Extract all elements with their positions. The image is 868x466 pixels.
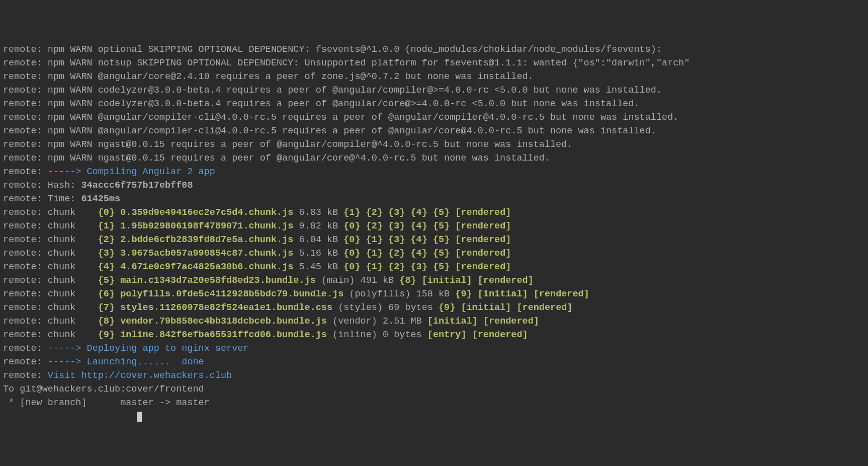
chunk-file: 2.bdde6cfb2839fd8d7e5a.chunk.js xyxy=(120,235,293,245)
remote-prefix: remote: xyxy=(3,235,48,245)
chunk-id: {9} xyxy=(98,330,120,340)
step-done-text: done xyxy=(182,357,204,367)
time-label: Time: xyxy=(48,194,81,204)
build-hash: remote: Hash: 34accc6f757b17ebff08 xyxy=(3,179,865,192)
npm-warn-text: npm WARN codelyzer@3.0.0-beta.4 requires… xyxy=(48,99,640,109)
chunk-dep: {2} xyxy=(366,221,388,231)
chunk-id: {0} xyxy=(98,207,120,218)
git-push-to: To git@wehackers.club:cover/frontend xyxy=(3,382,865,396)
chunk-id: {1} xyxy=(98,221,120,231)
remote-prefix: remote: xyxy=(3,167,48,177)
chunk-tag: [rendered] xyxy=(534,289,595,299)
chunk-dep: {9} xyxy=(439,302,461,313)
chunk-label: chunk xyxy=(48,221,98,231)
chunk-id: {4} xyxy=(98,262,120,272)
chunk-tag: [initial] xyxy=(422,275,478,286)
remote-prefix: remote: xyxy=(3,112,48,123)
chunk-file: polyfills.0fde5c4112928b5bdc79.bundle.js xyxy=(120,289,343,299)
remote-prefix: remote: xyxy=(3,357,48,367)
chunk-dep: {2} xyxy=(388,248,410,259)
chunk-label: chunk xyxy=(48,235,98,245)
chunk-dep: {9} xyxy=(455,289,477,299)
visit-label: Visit xyxy=(48,370,81,381)
chunk-meta: 6.04 kB xyxy=(293,235,343,245)
chunk-line: remote: chunk {9} inline.842f6efba65531f… xyxy=(3,328,865,342)
git-push-branch: * [new branch] master -> master xyxy=(3,396,865,410)
chunk-dep: {0} xyxy=(343,235,366,245)
hash-value: 34accc6f757b17ebff08 xyxy=(81,180,193,191)
chunk-tag: [rendered] xyxy=(455,221,516,231)
chunk-tag: [initial] xyxy=(478,289,534,299)
npm-warn-text: npm WARN @angular/core@2.4.10 requires a… xyxy=(48,71,534,82)
build-time: remote: Time: 61425ms xyxy=(3,192,865,206)
chunk-id: {3} xyxy=(98,248,120,259)
chunk-label: chunk xyxy=(48,262,98,272)
chunk-label: chunk xyxy=(48,248,98,259)
chunk-label: chunk xyxy=(48,330,98,340)
remote-prefix: remote: xyxy=(3,71,48,82)
chunk-dep: {4} xyxy=(411,207,433,218)
npm-warn-line: remote: npm WARN optional SKIPPING OPTIO… xyxy=(3,43,865,56)
chunk-line: remote: chunk {1} 1.95b929806198f4789071… xyxy=(3,219,865,233)
chunk-file: vendor.79b858ec4bb318dcbceb.bundle.js xyxy=(120,316,327,327)
step-launch: remote: -----> Launching...... done xyxy=(3,355,865,369)
chunk-line: remote: chunk {3} 3.9675acb057a990854c87… xyxy=(3,247,865,260)
chunk-line: remote: chunk {4} 4.671e0c9f7ac4825a30b6… xyxy=(3,260,865,274)
remote-prefix: remote: xyxy=(3,275,48,286)
chunk-file: 4.671e0c9f7ac4825a30b6.chunk.js xyxy=(120,262,293,272)
chunk-tag: [entry] xyxy=(427,330,472,340)
step-compile: remote: -----> Compiling Angular 2 app xyxy=(3,165,865,179)
remote-prefix: remote: xyxy=(3,262,48,272)
remote-prefix: remote: xyxy=(3,343,48,354)
chunk-tag: [rendered] xyxy=(483,316,545,327)
remote-prefix: remote: xyxy=(3,330,48,340)
step-compile-text: Compiling Angular 2 app xyxy=(87,167,215,177)
chunk-meta: 6.83 kB xyxy=(293,207,343,218)
chunk-dep: {0} xyxy=(343,248,366,259)
remote-prefix: remote: xyxy=(3,289,48,299)
chunk-meta: 9.82 kB xyxy=(293,221,343,231)
chunk-tag: [rendered] xyxy=(478,275,539,286)
remote-prefix: remote: xyxy=(3,58,48,68)
chunk-line: remote: chunk {8} vendor.79b858ec4bb318d… xyxy=(3,315,865,328)
chunk-dep: {1} xyxy=(366,248,388,259)
chunk-line: remote: chunk {0} 0.359d9e49416ec2e7c5d4… xyxy=(3,206,865,219)
chunk-meta: (polyfills) 158 kB xyxy=(343,289,455,299)
npm-warn-line: remote: npm WARN ngast@0.0.15 requires a… xyxy=(3,151,865,165)
npm-warn-text: npm WARN @angular/compiler-cli@4.0.0-rc.… xyxy=(48,112,679,123)
chunk-dep: {1} xyxy=(343,207,366,218)
chunk-tag: [rendered] xyxy=(472,330,534,340)
chunk-dep: {3} xyxy=(388,221,410,231)
chunk-label: chunk xyxy=(48,316,98,327)
chunk-line: remote: chunk {5} main.c1343d7a20e58fd8e… xyxy=(3,274,865,287)
step-deploy-text: Deploying app to nginx server xyxy=(87,343,249,354)
chunk-id: {8} xyxy=(98,316,120,327)
chunk-tag: [rendered] xyxy=(455,248,516,259)
chunk-dep: {0} xyxy=(343,221,366,231)
remote-prefix: remote: xyxy=(3,316,48,327)
chunk-tag: [rendered] xyxy=(516,302,578,313)
chunk-dep: {5} xyxy=(433,262,455,272)
remote-prefix: remote: xyxy=(3,153,48,164)
arrow-icon: -----> xyxy=(48,343,87,354)
chunk-label: chunk xyxy=(48,275,98,286)
cursor xyxy=(137,412,142,422)
chunk-meta: (styles) 69 bytes xyxy=(332,302,439,313)
chunk-line: remote: chunk {2} 2.bdde6cfb2839fd8d7e5a… xyxy=(3,233,865,247)
hash-label: Hash: xyxy=(48,180,81,191)
chunk-dep: {2} xyxy=(366,207,388,218)
remote-prefix: remote: xyxy=(3,302,48,313)
visit-line: remote: Visit http://cover.wehackers.clu… xyxy=(3,369,865,382)
npm-warn-line: remote: npm WARN @angular/core@2.4.10 re… xyxy=(3,70,865,84)
remote-prefix: remote: xyxy=(3,370,48,381)
chunk-tag: [rendered] xyxy=(455,262,516,272)
terminal-output: remote: npm WARN optional SKIPPING OPTIO… xyxy=(3,43,865,423)
chunk-dep: {5} xyxy=(433,248,455,259)
remote-prefix: remote: xyxy=(3,207,48,218)
chunk-meta: (inline) 0 bytes xyxy=(327,330,427,340)
chunk-file: 0.359d9e49416ec2e7c5d4.chunk.js xyxy=(120,207,293,218)
chunk-dep: {5} xyxy=(433,207,455,218)
chunk-dep: {1} xyxy=(366,262,388,272)
npm-warn-text: npm WARN codelyzer@3.0.0-beta.4 requires… xyxy=(48,85,662,96)
remote-prefix: remote: xyxy=(3,126,48,136)
